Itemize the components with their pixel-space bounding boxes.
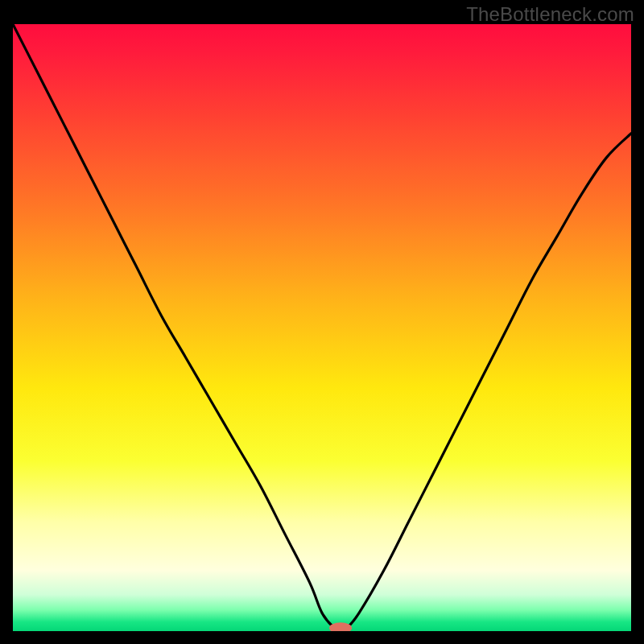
plot-svg: [13, 24, 631, 631]
chart-frame: TheBottleneck.com: [0, 0, 644, 644]
plot-area: [13, 24, 631, 631]
watermark-text: TheBottleneck.com: [466, 3, 634, 26]
gradient-background: [13, 24, 631, 631]
